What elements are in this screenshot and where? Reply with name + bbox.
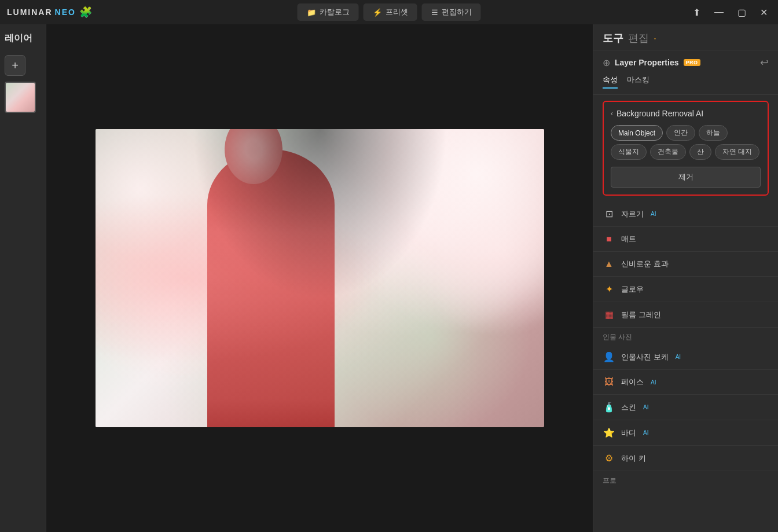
body-ai-badge: AI	[643, 430, 648, 436]
layer-props-label: Layer Properties	[615, 58, 679, 67]
tool-label: 도구	[603, 31, 623, 45]
bg-removal-header[interactable]: ‹ Background Removal AI	[611, 109, 761, 118]
subject-mountain[interactable]: 산	[689, 144, 711, 160]
tab-masking[interactable]: 마스킹	[627, 75, 649, 89]
subject-nature[interactable]: 자연 대지	[715, 144, 759, 160]
subject-human[interactable]: 인간	[666, 125, 695, 141]
nav-buttons: 📁 카탈로그 ⚡ 프리셋 ☰ 편집하기	[298, 3, 481, 21]
layer-props-header: ⊕ Layer Properties PRO ↩	[603, 56, 769, 69]
photo-container	[96, 129, 544, 427]
edit-button[interactable]: ☰ 편집하기	[422, 3, 481, 21]
face-icon: 🖼	[603, 377, 615, 387]
tool-face[interactable]: 🖼 페이스 AI	[593, 370, 778, 395]
share-button[interactable]: ⬆	[689, 5, 704, 20]
tool-filmgrain[interactable]: ▦ 필름 그레인	[593, 302, 778, 328]
tool-skin[interactable]: 🧴 스킨 AI	[593, 395, 778, 420]
body-icon: ⭐	[603, 427, 615, 438]
preset-button[interactable]: ⚡ 프리셋	[364, 3, 417, 21]
logo-neo: NEO	[55, 8, 76, 17]
portrait-section-label: 인물 사진	[593, 328, 778, 344]
glow-icon: ✦	[603, 284, 615, 295]
close-button[interactable]: ✕	[757, 5, 771, 20]
crop-label: 자르기	[621, 209, 644, 219]
skin-ai-badge: AI	[643, 404, 648, 410]
portrait-bokeh-label: 인물사진 보케	[621, 352, 669, 362]
back-button[interactable]: ↩	[760, 56, 769, 69]
right-panel-header: 도구 편집 ·	[593, 24, 778, 50]
layer-properties-section: ⊕ Layer Properties PRO ↩ 속성 마스킹	[593, 50, 778, 95]
mystic-icon: ▲	[603, 259, 615, 269]
panel-title: 레이어	[5, 30, 41, 49]
layer-thumbnail[interactable]	[5, 82, 36, 113]
highkey-label: 하이 키	[621, 453, 646, 464]
crop-ai-badge: AI	[651, 211, 656, 217]
crop-icon: ⊡	[603, 208, 615, 219]
catalog-button[interactable]: 📁 카탈로그	[298, 3, 359, 21]
preset-icon: ⚡	[373, 8, 382, 17]
tool-mat[interactable]: ■ 매트	[593, 227, 778, 252]
highkey-icon: ⚙	[603, 453, 615, 464]
edit-section-label: 편집	[628, 31, 649, 45]
skin-label: 스킨	[621, 402, 636, 413]
mat-label: 매트	[621, 234, 636, 244]
logo: LUMINAR 도구 NEO 🧩	[7, 6, 92, 19]
bg-removal-title: Background Removal AI	[616, 109, 703, 118]
main-layout: 레이어 + 도구 편집 · ⊕ Layer Properties	[0, 24, 778, 532]
remove-button[interactable]: 제거	[611, 167, 761, 188]
body-label: 바디	[621, 428, 636, 438]
glow-label: 글로우	[621, 284, 644, 295]
titlebar: LUMINAR 도구 NEO 🧩 📁 카탈로그 ⚡ 프리셋 ☰ 편집하기 ⬆ —…	[0, 0, 778, 24]
edit-dot: ·	[654, 32, 656, 45]
tool-crop[interactable]: ⊡ 자르기 AI	[593, 201, 778, 227]
center-canvas[interactable]	[46, 24, 593, 532]
layers-icon: ⊕	[603, 57, 610, 68]
layer-thumb-image	[6, 83, 35, 112]
add-layer-button[interactable]: +	[5, 55, 25, 76]
tabs-row: 속성 마스킹	[603, 75, 769, 89]
catalog-label: 카탈로그	[320, 7, 350, 17]
right-panel: 도구 편집 · ⊕ Layer Properties PRO ↩ 속성 마스킹 …	[593, 24, 778, 532]
subject-plants[interactable]: 식물지	[611, 144, 647, 160]
photo-overlay	[96, 129, 544, 427]
window-controls: ⬆ — ▢ ✕	[689, 5, 771, 20]
tool-glow[interactable]: ✦ 글로우	[593, 277, 778, 302]
subject-buttons: Main Object 인간 하늘 식물지 건축물 산 자연 대지	[611, 125, 761, 160]
portrait-bokeh-ai-badge: AI	[676, 354, 681, 360]
filmgrain-icon: ▦	[603, 309, 615, 320]
tool-portrait-bokeh[interactable]: 👤 인물사진 보케 AI	[593, 344, 778, 370]
layer-props-title: ⊕ Layer Properties PRO	[603, 57, 700, 68]
logo-luminar: LUMINAR 도구	[7, 8, 53, 17]
tab-properties[interactable]: 속성	[603, 75, 618, 89]
bg-removal-section: ‹ Background Removal AI Main Object 인간 하…	[603, 101, 769, 196]
pro-section-label: 프로	[593, 471, 778, 488]
maximize-button[interactable]: ▢	[734, 5, 750, 20]
tool-mystic[interactable]: ▲ 신비로운 효과	[593, 252, 778, 277]
subject-building[interactable]: 건축물	[650, 144, 686, 160]
face-ai-badge: AI	[651, 379, 656, 386]
pro-badge: PRO	[684, 59, 700, 66]
edit-label: 편집하기	[442, 7, 472, 17]
mystic-label: 신비로운 효과	[621, 259, 669, 269]
preset-label: 프리셋	[386, 7, 408, 17]
portrait-bokeh-icon: 👤	[603, 351, 615, 362]
subject-main-object[interactable]: Main Object	[611, 125, 663, 141]
catalog-icon: 📁	[307, 8, 316, 17]
subject-sky[interactable]: 하늘	[699, 125, 728, 141]
left-panel: 레이어 +	[0, 24, 46, 532]
skin-icon: 🧴	[603, 402, 615, 413]
tool-highkey[interactable]: ⚙ 하이 키	[593, 446, 778, 471]
logo-puzzle-icon: 🧩	[79, 6, 92, 19]
tool-body[interactable]: ⭐ 바디 AI	[593, 420, 778, 446]
minimize-button[interactable]: —	[711, 5, 727, 20]
chevron-left-icon: ‹	[611, 109, 613, 118]
mat-icon: ■	[603, 234, 615, 244]
edit-icon: ☰	[431, 8, 438, 17]
face-label: 페이스	[621, 377, 644, 387]
filmgrain-label: 필름 그레인	[621, 310, 661, 320]
